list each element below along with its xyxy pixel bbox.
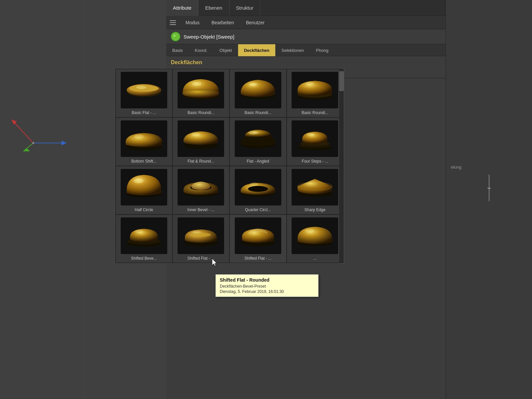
- preset-flat-angled[interactable]: Flat - Angled: [230, 118, 286, 166]
- preset-picker: Basic Flat - ...: [115, 68, 344, 264]
- preset-thumb-inner-bevel: [178, 169, 224, 205]
- preset-label-bottom-shift: Bottom Shift...: [131, 159, 156, 164]
- scrollbar-thumb[interactable]: [339, 71, 344, 91]
- svg-point-9: [32, 142, 34, 144]
- preset-label-shifted-flat-rounded: Shifted Flat - ...: [244, 256, 271, 261]
- bearbeiten-btn[interactable]: Bearbeiten: [209, 19, 237, 27]
- preset-label-shifted-flat: Shifted Flat - ...: [188, 256, 214, 261]
- preset-tooltip: Shifted Flat - Rounded Deckflächen-Bevel…: [215, 274, 319, 297]
- sub-tab-objekt[interactable]: Objekt: [213, 44, 238, 56]
- svg-point-14: [174, 35, 176, 37]
- svg-point-42: [248, 131, 258, 135]
- preset-thumb-sharp-edge: [292, 169, 338, 205]
- svg-point-19: [136, 86, 146, 89]
- svg-point-26: [249, 83, 257, 86]
- preset-shifted-beve[interactable]: Shifted Beve...: [116, 215, 172, 263]
- svg-rect-10: [170, 20, 176, 21]
- tooltip-title: Shifted Flat - Rounded: [220, 277, 314, 283]
- tab-attribute[interactable]: Attribute: [166, 0, 199, 16]
- svg-point-48: [307, 133, 315, 136]
- hamburger-icon[interactable]: [170, 19, 176, 26]
- preset-thumb-shifted-flat: [178, 217, 224, 254]
- tooltip-subtitle: Deckflächen-Bevel-Preset: [220, 284, 314, 289]
- tab-ebenen[interactable]: Ebenen: [199, 0, 229, 16]
- preset-label-sharp-edge: Sharp Edge: [305, 207, 326, 212]
- preset-thumb-flat-round: [178, 120, 224, 157]
- preset-bottom-shift[interactable]: Bottom Shift...: [116, 118, 172, 166]
- preset-thumb-shifted-flat-rounded: [235, 217, 281, 254]
- preset-thumb-flat-angled: [235, 120, 281, 157]
- preset-basic-round-1[interactable]: Basic Roundi...: [173, 69, 229, 117]
- preset-label-basic-round-3: Basic Roundi...: [302, 110, 329, 115]
- preset-shifted-flat-rounded[interactable]: Shifted Flat - ...: [230, 215, 286, 263]
- preset-label-basic-round-1: Basic Roundi...: [188, 110, 214, 115]
- preset-label-inner-bevel: Inner Bevel - ...: [188, 207, 214, 212]
- preset-thumb-quarter-circ: [235, 169, 281, 205]
- preset-thumb-four-steps: [292, 120, 338, 157]
- svg-point-67: [135, 230, 143, 233]
- sub-tab-koord[interactable]: Koord.: [189, 44, 213, 56]
- preset-thumb-shifted-beve: [121, 217, 167, 254]
- preset-basic-round-2[interactable]: Basic Roundi...: [230, 69, 286, 117]
- preset-label-flat-round: Flat & Round...: [188, 159, 214, 164]
- svg-point-35: [134, 134, 144, 138]
- sub-tab-deckflachen[interactable]: Deckflächen: [238, 44, 276, 56]
- preset-grid: Basic Flat - ...: [115, 68, 344, 263]
- preset-half-circle[interactable]: Half Circle: [116, 166, 172, 214]
- svg-point-51: [134, 179, 143, 183]
- preset-inner-bevel[interactable]: Inner Bevel - ...: [173, 166, 229, 214]
- svg-point-71: [191, 233, 211, 237]
- scrollbar-track[interactable]: [339, 68, 344, 263]
- preset-thumb-bottom-shift: [121, 120, 167, 157]
- preset-sharp-edge[interactable]: Sharp Edge: [287, 166, 343, 214]
- svg-point-31: [306, 82, 314, 85]
- svg-point-23: [192, 82, 201, 86]
- preset-label-flat-angled: Flat - Angled: [247, 159, 269, 164]
- modus-btn[interactable]: Modus: [183, 19, 202, 27]
- detail-side-panel: elung: [446, 0, 532, 399]
- preset-shifted-flat[interactable]: Shifted Flat - ...: [173, 215, 229, 263]
- object-title: Sweep-Objekt [Sweep]: [184, 34, 234, 40]
- tab-struktur[interactable]: Struktur: [229, 0, 261, 16]
- preset-label-other: ...: [313, 256, 317, 261]
- preset-thumb-basic-round-1: [178, 72, 224, 108]
- preset-thumb-other: [292, 217, 338, 254]
- preset-basic-round-3[interactable]: Basic Roundi...: [287, 69, 343, 117]
- svg-point-72: [193, 231, 201, 233]
- preset-other[interactable]: ...: [287, 215, 343, 263]
- preset-thumb-basic-flat: [121, 72, 167, 108]
- preset-four-steps[interactable]: Four Steps - ...: [287, 118, 343, 166]
- tooltip-date: Dienstag, 5. Februar 2019, 16:01:30: [220, 289, 314, 294]
- preset-thumb-half-circle: [121, 169, 167, 205]
- svg-point-59: [250, 183, 258, 186]
- preset-label-four-steps: Four Steps - ...: [302, 159, 328, 164]
- preset-label-half-circle: Half Circle: [135, 207, 153, 212]
- benutzer-btn[interactable]: Benutzer: [243, 19, 267, 27]
- preset-thumb-basic-round-2: [235, 72, 281, 108]
- preset-flat-round[interactable]: Flat & Round...: [173, 118, 229, 166]
- svg-rect-12: [170, 24, 176, 25]
- sweep-icon: [171, 32, 180, 41]
- svg-point-58: [248, 186, 268, 192]
- preset-quarter-circ[interactable]: Quarter Circl...: [230, 166, 286, 214]
- svg-point-22: [183, 89, 219, 98]
- svg-point-39: [192, 133, 200, 136]
- svg-point-78: [305, 229, 314, 233]
- sub-tab-basis[interactable]: Basis: [166, 44, 189, 56]
- svg-rect-11: [170, 22, 176, 23]
- preset-label-quarter-circ: Quarter Circl...: [245, 207, 271, 212]
- sub-tab-selektionen[interactable]: Selektionen: [275, 44, 310, 56]
- preset-thumb-basic-round-3: [292, 72, 338, 108]
- elung-label: elung: [451, 165, 527, 170]
- sub-tab-phong[interactable]: Phong: [310, 44, 334, 56]
- preset-label-shifted-beve: Shifted Beve...: [131, 256, 157, 261]
- preset-label-basic-round-2: Basic Roundi...: [244, 110, 271, 115]
- preset-basic-flat[interactable]: Basic Flat - ...: [116, 69, 172, 117]
- preset-label-basic-flat: Basic Flat - ...: [132, 110, 156, 115]
